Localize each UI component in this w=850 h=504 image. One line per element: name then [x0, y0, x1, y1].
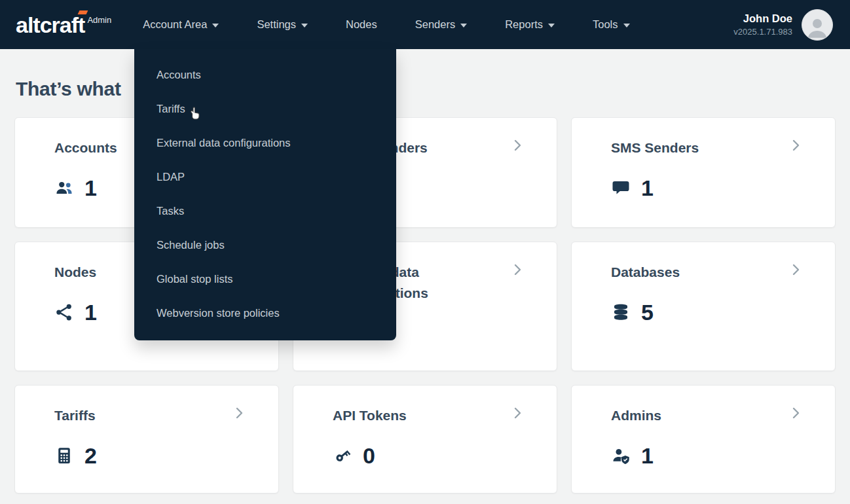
logo-text: altcraft [16, 14, 84, 36]
main-content: That’s what Accounts 1 Email Senders SMS… [0, 49, 850, 494]
card-title: API Tokens [333, 405, 485, 426]
card-title: SMS Senders [611, 137, 763, 158]
caret-down-icon [212, 24, 219, 27]
chevron-right-icon[interactable] [231, 405, 247, 421]
card-count-value: 1 [84, 175, 97, 201]
card-title: Tariffs [54, 405, 206, 426]
nav-item-settings[interactable]: Settings [257, 18, 308, 31]
nav-item-account-area[interactable]: Account Area [143, 18, 219, 31]
caret-down-icon [460, 24, 467, 27]
chat-bubble-icon [611, 178, 631, 198]
chevron-right-icon[interactable] [509, 262, 525, 278]
calculator-icon [54, 446, 74, 465]
nav-item-tools[interactable]: Tools [593, 18, 630, 31]
key-icon [333, 446, 352, 465]
dropdown-item-webversion-store-policies[interactable]: Webversion store policies [134, 296, 396, 330]
dropdown-item-tariffs[interactable]: Tariffs [134, 92, 396, 126]
chevron-right-icon[interactable] [788, 405, 804, 421]
logo-accent-t: t [78, 12, 84, 37]
card-api-tokens[interactable]: API Tokens 0 [293, 385, 557, 494]
user-avatar-icon [804, 14, 830, 40]
users-icon [54, 178, 74, 198]
account-area-dropdown: Accounts Tariffs External data configura… [134, 49, 396, 340]
chevron-right-icon[interactable] [509, 405, 525, 421]
caret-down-icon [301, 24, 308, 27]
card-count-value: 0 [363, 443, 375, 469]
card-count-value: 5 [641, 300, 654, 325]
user-name: John Doe [733, 12, 792, 25]
user-area: John Doe v2025.1.71.983 [733, 9, 833, 41]
database-icon [611, 302, 631, 322]
card-sms-senders[interactable]: SMS Senders 1 [571, 117, 836, 228]
card-count-value: 1 [641, 443, 654, 469]
avatar[interactable] [802, 9, 833, 41]
card-count-value: 1 [641, 175, 654, 201]
main-nav: Account Area Settings Nodes Senders Repo… [143, 18, 629, 31]
share-icon [54, 302, 74, 322]
dropdown-item-global-stop-lists[interactable]: Global stop lists [134, 262, 396, 296]
card-count-value: 1 [84, 300, 97, 325]
card-count: 5 [611, 300, 763, 325]
nav-item-reports[interactable]: Reports [505, 18, 555, 31]
dropdown-item-external-data-configurations[interactable]: External data configurations [134, 126, 396, 160]
card-count: 1 [611, 175, 763, 201]
nav-item-nodes[interactable]: Nodes [346, 18, 377, 31]
nav-item-senders[interactable]: Senders [415, 18, 467, 31]
app-version: v2025.1.71.983 [733, 27, 792, 37]
chevron-right-icon[interactable] [509, 137, 525, 153]
card-count: 1 [611, 443, 763, 469]
card-count-value: 2 [84, 443, 97, 469]
top-navbar: altcraft Admin Account Area Settings Nod… [0, 0, 850, 49]
altcraft-logo[interactable]: altcraft Admin [16, 14, 111, 36]
card-tariffs[interactable]: Tariffs 2 [14, 385, 279, 494]
card-title: Admins [611, 405, 763, 426]
card-admins[interactable]: Admins 1 [571, 385, 836, 494]
caret-down-icon [548, 24, 555, 27]
chevron-right-icon[interactable] [788, 262, 804, 278]
dropdown-item-ldap[interactable]: LDAP [134, 160, 396, 194]
dropdown-item-tasks[interactable]: Tasks [134, 194, 396, 228]
chevron-right-icon[interactable] [788, 137, 804, 153]
dropdown-item-accounts[interactable]: Accounts [134, 58, 396, 92]
card-count: 0 [333, 443, 485, 469]
dropdown-item-schedule-jobs[interactable]: Schedule jobs [134, 228, 396, 262]
card-count: 2 [54, 443, 206, 469]
card-title: Databases [611, 262, 763, 283]
caret-down-icon [623, 24, 630, 27]
user-meta: John Doe v2025.1.71.983 [733, 12, 792, 37]
card-databases[interactable]: Databases 5 [571, 242, 836, 371]
admin-user-icon [611, 446, 631, 465]
logo-admin-badge: Admin [87, 15, 111, 25]
